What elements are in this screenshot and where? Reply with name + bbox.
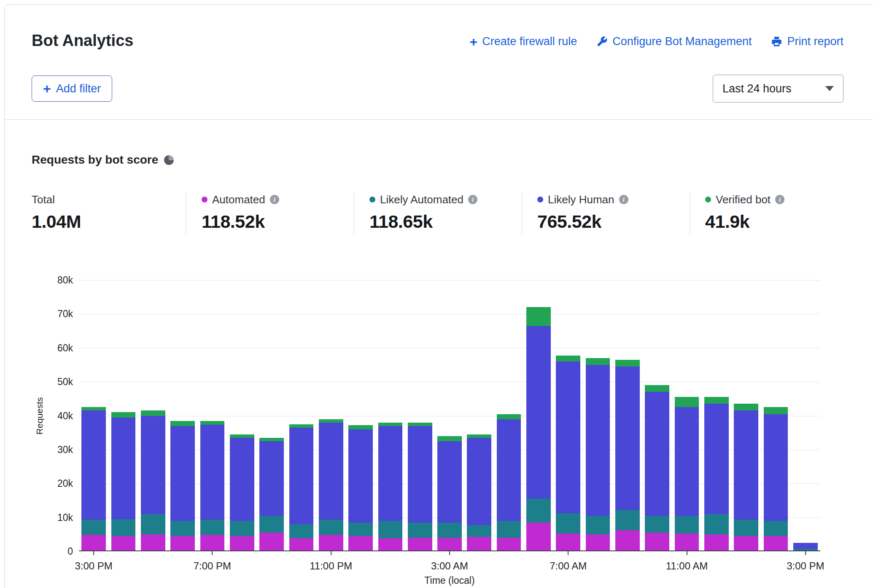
x-tick bbox=[331, 551, 331, 555]
bar-segment-automated bbox=[259, 533, 284, 551]
action-label: Create firewall rule bbox=[482, 35, 577, 48]
bar-segment-likely-human bbox=[259, 441, 284, 516]
add-filter-button[interactable]: + Add filter bbox=[32, 76, 112, 102]
info-icon[interactable] bbox=[468, 195, 477, 204]
bar[interactable] bbox=[319, 419, 343, 551]
section-title: Requests by bot score bbox=[32, 153, 158, 167]
bar[interactable] bbox=[259, 438, 284, 551]
bar-segment-likely-human bbox=[586, 365, 610, 516]
bar-segment-automated bbox=[289, 538, 314, 551]
bar-segment-likely-automated bbox=[615, 510, 640, 530]
bar-segment-likely-automated bbox=[734, 520, 758, 536]
gridline bbox=[79, 280, 820, 281]
bar[interactable] bbox=[645, 385, 669, 551]
y-tick-label: 80k bbox=[57, 275, 73, 286]
bar-segment-likely-human bbox=[111, 418, 136, 519]
plot-area: 010k20k30k40k50k60k70k80k3:00 PM7:00 PM1… bbox=[79, 280, 820, 551]
info-icon[interactable] bbox=[619, 195, 628, 204]
bar-segment-likely-automated bbox=[230, 521, 254, 536]
bar-segment-verified-bot bbox=[200, 421, 225, 425]
bar[interactable] bbox=[200, 421, 225, 551]
bar-segment-likely-automated bbox=[289, 524, 314, 539]
bar-segment-likely-automated bbox=[645, 516, 669, 533]
bar-segment-likely-human bbox=[556, 361, 580, 513]
stat-likely-automated: Likely Automated 118.65k bbox=[354, 192, 522, 235]
bar-segment-likely-automated bbox=[526, 499, 551, 522]
bar[interactable] bbox=[764, 407, 788, 551]
stat-label: Automated bbox=[212, 193, 265, 206]
time-range-value: Last 24 hours bbox=[722, 82, 792, 95]
bar[interactable] bbox=[170, 421, 195, 551]
x-tick bbox=[805, 551, 806, 555]
stat-label: Verified bot bbox=[716, 193, 771, 206]
bar[interactable] bbox=[556, 356, 580, 551]
bar[interactable] bbox=[141, 410, 165, 551]
gridline bbox=[79, 382, 820, 382]
bar-segment-likely-automated bbox=[556, 513, 580, 534]
bar-segment-likely-human bbox=[764, 414, 788, 521]
bar-segment-verified-bot bbox=[734, 404, 758, 410]
bar[interactable] bbox=[467, 434, 491, 551]
bar[interactable] bbox=[81, 407, 106, 551]
info-icon[interactable] bbox=[775, 195, 784, 204]
bar-segment-likely-human bbox=[645, 392, 669, 515]
stat-verified-bot: Verified bot 41.9k bbox=[690, 192, 857, 235]
bar[interactable] bbox=[675, 397, 699, 551]
bar[interactable] bbox=[437, 436, 462, 551]
bar-segment-likely-automated bbox=[259, 516, 284, 533]
bar-segment-automated bbox=[81, 535, 106, 551]
bar[interactable] bbox=[378, 423, 403, 551]
y-tick-label: 60k bbox=[57, 342, 73, 353]
stat-likely-human: Likely Human 765.52k bbox=[522, 192, 690, 235]
bar-segment-automated bbox=[170, 536, 195, 551]
stat-value: 118.52k bbox=[202, 211, 354, 232]
bar-segment-likely-automated bbox=[497, 521, 521, 538]
time-range-select[interactable]: Last 24 hours bbox=[713, 75, 843, 102]
x-tick-label: 3:00 AM bbox=[412, 560, 488, 572]
bar-segment-automated bbox=[141, 534, 165, 551]
bar-segment-automated bbox=[467, 537, 491, 551]
bar-segment-automated bbox=[111, 536, 136, 551]
bar[interactable] bbox=[111, 412, 136, 551]
bar-segment-verified-bot bbox=[615, 360, 640, 367]
bar-segment-verified-bot bbox=[467, 434, 491, 438]
stat-value: 118.65k bbox=[369, 211, 522, 232]
bar-segment-automated bbox=[615, 530, 640, 551]
info-icon[interactable] bbox=[270, 195, 279, 204]
bar-segment-likely-human bbox=[81, 410, 106, 520]
legend-dot bbox=[537, 197, 543, 202]
bar[interactable] bbox=[704, 397, 729, 551]
bar-segment-automated bbox=[704, 534, 729, 551]
create-firewall-rule-link[interactable]: + Create firewall rule bbox=[469, 35, 577, 48]
bar-segment-likely-automated bbox=[704, 514, 729, 534]
bar-segment-automated bbox=[319, 535, 343, 551]
bar-segment-likely-human bbox=[408, 426, 432, 523]
wrench-icon bbox=[596, 36, 608, 47]
bar[interactable] bbox=[734, 404, 758, 551]
bar[interactable] bbox=[497, 414, 521, 551]
x-tick bbox=[449, 551, 450, 555]
bar-segment-likely-human bbox=[675, 407, 699, 515]
bar-segment-likely-human bbox=[200, 425, 225, 520]
y-tick-label: 70k bbox=[57, 308, 73, 320]
bar-segment-verified-bot bbox=[289, 424, 314, 428]
configure-bot-management-link[interactable]: Configure Bot Management bbox=[596, 35, 752, 48]
bar[interactable] bbox=[793, 543, 818, 551]
bar[interactable] bbox=[615, 360, 640, 551]
bar-segment-likely-automated bbox=[586, 516, 610, 534]
bar-segment-likely-human bbox=[319, 423, 343, 520]
bar-segment-verified-bot bbox=[526, 307, 551, 326]
bar-segment-verified-bot bbox=[378, 423, 403, 426]
bar[interactable] bbox=[289, 424, 314, 551]
requests-chart: Requests 010k20k30k40k50k60k70k80k3:00 P… bbox=[79, 280, 820, 551]
bar[interactable] bbox=[408, 423, 432, 551]
bar[interactable] bbox=[230, 434, 254, 551]
bar-segment-automated bbox=[408, 538, 432, 551]
print-report-link[interactable]: Print report bbox=[771, 35, 843, 48]
bar[interactable] bbox=[586, 358, 610, 551]
header-actions: + Create firewall rule Configure Bot Man… bbox=[469, 35, 843, 48]
bar[interactable] bbox=[526, 307, 551, 551]
x-axis-line bbox=[79, 550, 820, 551]
bar[interactable] bbox=[348, 425, 373, 551]
stat-label: Total bbox=[32, 193, 55, 206]
